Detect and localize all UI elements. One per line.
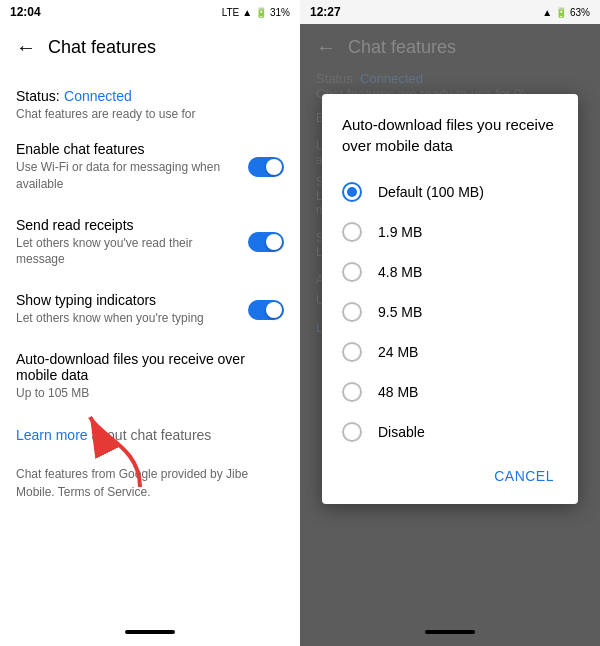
radio-option-9.5mb[interactable]: 9.5 MB	[322, 292, 578, 332]
radio-label-4.8mb: 4.8 MB	[378, 264, 422, 280]
signal-icon: ▲	[242, 7, 252, 18]
status-label: Status:	[16, 88, 60, 104]
radio-label-1.9mb: 1.9 MB	[378, 224, 422, 240]
setting-auto-download[interactable]: Auto-download files you receive over mob…	[16, 339, 284, 414]
bottom-bar-left	[0, 622, 300, 646]
header-left: ← Chat features	[0, 24, 300, 67]
toggle-read-receipts[interactable]	[248, 232, 284, 252]
time-left: 12:04	[10, 5, 41, 19]
setting-read-receipts: Send read receipts Let others know you'v…	[16, 205, 284, 281]
battery-icon: 🔋 31%	[255, 7, 290, 18]
battery-icon-right: 🔋 63%	[555, 7, 590, 18]
setting-label-enable-chat: Enable chat features	[16, 141, 240, 157]
bottom-bar-right	[300, 622, 600, 646]
auto-download-dialog: Auto-download files you receive over mob…	[322, 94, 578, 504]
setting-label-read-receipts: Send read receipts	[16, 217, 240, 233]
radio-label-default: Default (100 MB)	[378, 184, 484, 200]
setting-desc-typing: Let others know when you're typing	[16, 310, 240, 327]
radio-option-48mb[interactable]: 48 MB	[322, 372, 578, 412]
status-bar-left: 12:04 LTE ▲ 🔋 31%	[0, 0, 300, 24]
radio-label-disable: Disable	[378, 424, 425, 440]
setting-enable-chat: Enable chat features Use Wi-Fi or data f…	[16, 129, 284, 205]
setting-desc-auto-download: Up to 105 MB	[16, 385, 284, 402]
dialog-actions: Cancel	[322, 452, 578, 496]
back-button[interactable]: ←	[16, 36, 36, 59]
home-indicator-left	[125, 630, 175, 634]
status-desc: Chat features are ready to use for	[16, 107, 284, 121]
learn-more-link[interactable]: Learn more	[16, 427, 88, 443]
toggle-enable-chat[interactable]	[248, 157, 284, 177]
setting-desc-enable-chat: Use Wi-Fi or data for messaging when ava…	[16, 159, 240, 193]
dialog-title: Auto-download files you receive over mob…	[322, 114, 578, 172]
radio-circle-disable	[342, 422, 362, 442]
radio-circle-4.8mb	[342, 262, 362, 282]
content-left: Status: Connected Chat features are read…	[0, 67, 300, 622]
cancel-button[interactable]: Cancel	[482, 460, 566, 492]
setting-desc-read-receipts: Let others know you've read their messag…	[16, 235, 240, 269]
status-section: Status: Connected Chat features are read…	[16, 75, 284, 129]
radio-option-1.9mb[interactable]: 1.9 MB	[322, 212, 578, 252]
wifi-icon: ▲	[542, 7, 552, 18]
system-icons-right: ▲ 🔋 63%	[542, 7, 590, 18]
radio-option-default[interactable]: Default (100 MB)	[322, 172, 578, 212]
radio-option-24mb[interactable]: 24 MB	[322, 332, 578, 372]
status-connected: Connected	[64, 88, 132, 104]
right-bg: ← Chat features Status: Connected Chat f…	[300, 24, 600, 622]
radio-option-disable[interactable]: Disable	[322, 412, 578, 452]
red-arrow-indicator	[80, 407, 160, 501]
time-right: 12:27	[310, 5, 341, 19]
setting-label-typing: Show typing indicators	[16, 292, 240, 308]
radio-label-24mb: 24 MB	[378, 344, 418, 360]
status-bar-right: 12:27 ▲ 🔋 63%	[300, 0, 600, 24]
right-panel: 12:27 ▲ 🔋 63% ← Chat features Status: Co…	[300, 0, 600, 646]
setting-label-auto-download: Auto-download files you receive over mob…	[16, 351, 284, 383]
setting-typing-indicators: Show typing indicators Let others know w…	[16, 280, 284, 339]
radio-circle-24mb	[342, 342, 362, 362]
radio-circle-default	[342, 182, 362, 202]
radio-circle-9.5mb	[342, 302, 362, 322]
network-icon: LTE	[222, 7, 240, 18]
home-indicator-right	[425, 630, 475, 634]
radio-label-9.5mb: 9.5 MB	[378, 304, 422, 320]
toggle-typing[interactable]	[248, 300, 284, 320]
radio-circle-1.9mb	[342, 222, 362, 242]
page-title-left: Chat features	[48, 37, 156, 58]
radio-label-48mb: 48 MB	[378, 384, 418, 400]
radio-circle-48mb	[342, 382, 362, 402]
left-panel: 12:04 LTE ▲ 🔋 31% ← Chat features Status…	[0, 0, 300, 646]
radio-option-4.8mb[interactable]: 4.8 MB	[322, 252, 578, 292]
system-icons-left: LTE ▲ 🔋 31%	[222, 7, 290, 18]
